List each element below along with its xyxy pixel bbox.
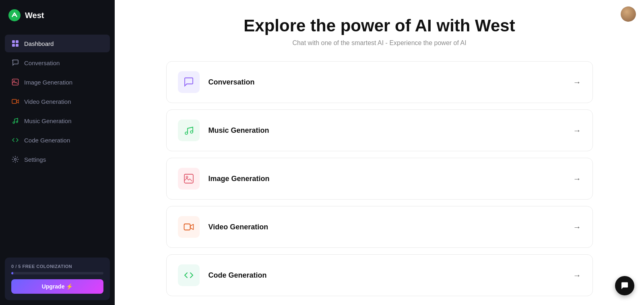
sidebar-item-settings-label: Settings	[24, 156, 46, 163]
main-content: Explore the power of AI with West Chat w…	[115, 0, 644, 305]
video-card-icon	[184, 222, 194, 232]
feature-card-music[interactable]: Music Generation →	[166, 109, 593, 151]
app-name: West	[25, 11, 44, 20]
colonization-progress-bar	[11, 272, 103, 274]
sidebar-item-conversation[interactable]: Conversation	[5, 54, 110, 72]
feature-card-conversation[interactable]: Conversation →	[166, 61, 593, 103]
svg-rect-1	[12, 40, 15, 43]
svg-rect-15	[184, 224, 190, 230]
code-card-icon-wrap	[178, 264, 200, 286]
conversation-card-icon-wrap	[178, 71, 200, 93]
sidebar-item-music-label: Music Generation	[24, 117, 72, 124]
image-card-icon	[184, 173, 194, 184]
svg-point-6	[14, 80, 15, 82]
music-card-label: Music Generation	[208, 126, 573, 135]
svg-rect-4	[16, 44, 19, 47]
chat-support-bubble[interactable]	[615, 276, 634, 295]
code-icon	[11, 136, 19, 144]
feature-card-image[interactable]: Image Generation →	[166, 158, 593, 200]
sidebar-nav: Dashboard Conversation Image Generation	[0, 31, 115, 253]
sidebar-item-code-generation[interactable]: Code Generation	[5, 131, 110, 149]
music-card-icon-wrap	[178, 120, 200, 141]
avatar-image	[621, 6, 636, 22]
music-card-arrow: →	[573, 126, 581, 135]
sidebar-item-music-generation[interactable]: Music Generation	[5, 112, 110, 130]
progress-fill	[11, 272, 13, 274]
feature-card-video[interactable]: Video Generation →	[166, 206, 593, 248]
svg-point-14	[186, 176, 188, 178]
code-card-icon	[184, 270, 194, 280]
sidebar-item-image-generation[interactable]: Image Generation	[5, 73, 110, 91]
image-card-icon-wrap	[178, 168, 200, 190]
features-list: Conversation → Music Generation →	[166, 61, 593, 296]
sidebar-item-dashboard-label: Dashboard	[24, 40, 54, 47]
music-card-icon	[184, 125, 194, 136]
conversation-card-arrow: →	[573, 78, 581, 87]
svg-rect-13	[184, 174, 193, 183]
feature-card-code[interactable]: Code Generation →	[166, 254, 593, 296]
svg-rect-3	[12, 44, 15, 47]
sidebar: West Dashboard Conversation	[0, 0, 115, 305]
sidebar-item-video-label: Video Generation	[24, 98, 71, 105]
sidebar-upgrade-section: 0 / 5 FREE COLONIZATION Upgrade ⚡	[5, 258, 110, 300]
code-card-arrow: →	[573, 271, 581, 280]
app-logo	[8, 9, 21, 22]
colonization-label: 0 / 5 FREE COLONIZATION	[11, 264, 103, 269]
sidebar-item-code-label: Code Generation	[24, 137, 70, 144]
settings-icon	[11, 155, 19, 163]
video-card-arrow: →	[573, 223, 581, 232]
video-card-label: Video Generation	[208, 223, 573, 231]
sidebar-header: West	[0, 0, 115, 31]
svg-rect-2	[16, 40, 19, 43]
upgrade-button[interactable]: Upgrade ⚡	[11, 279, 103, 294]
chat-bubble-icon	[620, 281, 629, 290]
page-header: Explore the power of AI with West Chat w…	[244, 16, 515, 47]
conversation-card-label: Conversation	[208, 78, 573, 87]
page-title: Explore the power of AI with West	[244, 16, 515, 35]
sidebar-item-conversation-label: Conversation	[24, 60, 60, 66]
conversation-icon	[11, 59, 19, 67]
code-card-label: Code Generation	[208, 271, 573, 280]
music-icon	[11, 117, 19, 125]
svg-point-10	[14, 159, 17, 161]
svg-point-9	[16, 121, 18, 123]
sidebar-item-settings[interactable]: Settings	[5, 150, 110, 168]
conversation-card-icon	[184, 77, 194, 87]
image-card-arrow: →	[573, 174, 581, 183]
sidebar-item-image-label: Image Generation	[24, 79, 72, 86]
video-icon	[11, 97, 19, 105]
page-subtitle: Chat with one of the smartest AI - Exper…	[244, 39, 515, 47]
dashboard-icon	[11, 39, 19, 47]
sidebar-item-dashboard[interactable]: Dashboard	[5, 35, 110, 52]
user-avatar[interactable]	[621, 6, 636, 22]
svg-rect-7	[12, 99, 17, 103]
image-icon	[11, 78, 19, 86]
image-card-label: Image Generation	[208, 175, 573, 183]
svg-point-8	[13, 122, 14, 124]
video-card-icon-wrap	[178, 216, 200, 238]
sidebar-item-video-generation[interactable]: Video Generation	[5, 93, 110, 110]
